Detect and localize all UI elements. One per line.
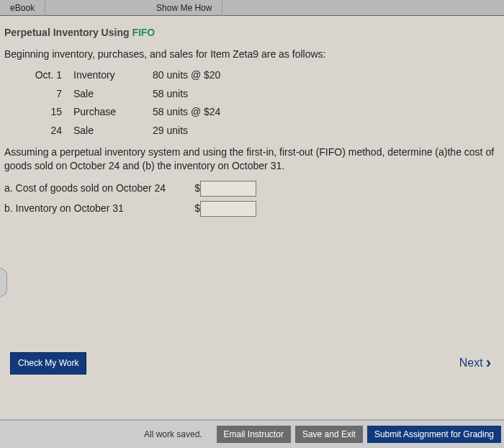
- ebook-tab[interactable]: eBook: [0, 0, 45, 16]
- tx-type: Purchase: [73, 105, 153, 120]
- title-method: FIFO: [132, 27, 155, 38]
- tx-date: Oct. 1: [33, 68, 73, 83]
- intro-text: Beginning inventory, purchases, and sale…: [4, 48, 497, 62]
- top-toolbar: eBook Show Me How: [0, 0, 504, 16]
- dollar-sign: $: [192, 182, 200, 196]
- tx-amount: 80 units @ $20: [153, 68, 268, 83]
- chevron-right-icon: ›: [486, 352, 491, 375]
- title-prefix: Perpetual Inventory Using: [4, 27, 132, 38]
- tx-type: Sale: [73, 124, 153, 138]
- tx-amount: 58 units: [153, 87, 268, 102]
- tx-type: Sale: [73, 87, 153, 102]
- save-and-exit-button[interactable]: Save and Exit: [295, 426, 363, 443]
- check-my-work-button[interactable]: Check My Work: [10, 352, 86, 375]
- question-a-row: a. Cost of goods sold on October 24 $: [4, 181, 497, 197]
- question-title: Perpetual Inventory Using FIFO: [4, 26, 497, 40]
- side-handle[interactable]: [0, 268, 7, 297]
- table-row: 24 Sale 29 units: [33, 124, 497, 138]
- cogs-input[interactable]: [200, 181, 256, 197]
- dollar-sign: $: [192, 202, 200, 216]
- tx-amount: 58 units @ $24: [153, 105, 268, 120]
- submit-assignment-button[interactable]: Submit Assignment for Grading: [367, 426, 501, 443]
- next-label: Next: [459, 355, 483, 371]
- tx-date: 15: [33, 105, 73, 120]
- email-instructor-button[interactable]: Email Instructor: [217, 426, 291, 443]
- tx-date: 24: [33, 124, 73, 138]
- next-button[interactable]: Next ›: [459, 352, 491, 375]
- tx-date: 7: [33, 87, 73, 102]
- question-content: Perpetual Inventory Using FIFO Beginning…: [0, 16, 504, 419]
- question-b-label: b. Inventory on October 31: [4, 202, 192, 216]
- bottom-bar: All work saved. Email Instructor Save an…: [0, 419, 504, 448]
- tx-type: Inventory: [73, 68, 153, 83]
- tx-amount: 29 units: [153, 124, 268, 138]
- table-row: 15 Purchase 58 units @ $24: [33, 105, 497, 120]
- show-me-how-tab[interactable]: Show Me How: [146, 0, 222, 16]
- transaction-table: Oct. 1 Inventory 80 units @ $20 7 Sale 5…: [33, 68, 497, 138]
- table-row: 7 Sale 58 units: [33, 87, 497, 102]
- assumption-text: Assuming a perpetual inventory system an…: [4, 145, 497, 174]
- table-row: Oct. 1 Inventory 80 units @ $20: [33, 68, 497, 83]
- save-status: All work saved.: [144, 429, 202, 439]
- question-b-row: b. Inventory on October 31 $: [4, 201, 497, 217]
- inventory-input[interactable]: [200, 201, 256, 217]
- question-a-label: a. Cost of goods sold on October 24: [4, 182, 192, 196]
